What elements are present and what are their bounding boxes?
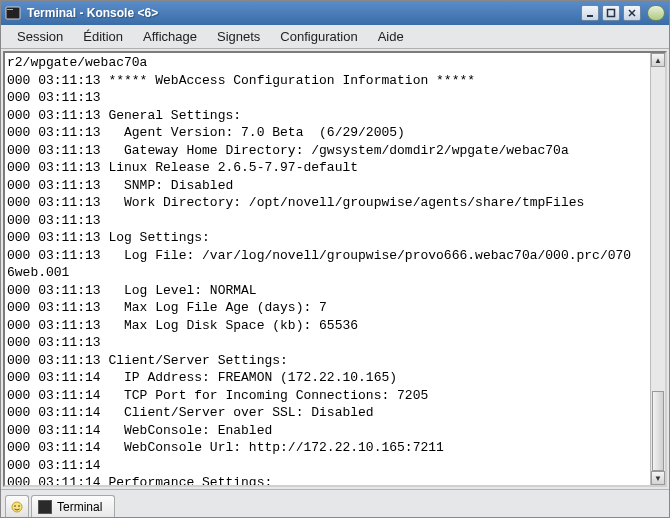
titlebar: Terminal - Konsole <6> xyxy=(1,1,669,25)
terminal-frame: r2/wpgate/webac70a 000 03:11:13 ***** We… xyxy=(3,51,667,487)
svg-rect-3 xyxy=(608,10,615,17)
svg-point-8 xyxy=(18,505,20,507)
menu-session[interactable]: Session xyxy=(7,27,73,46)
tab-terminal[interactable]: Terminal xyxy=(31,495,115,517)
scroll-down-button[interactable]: ▼ xyxy=(651,471,665,485)
app-icon xyxy=(5,5,21,21)
svg-rect-1 xyxy=(7,9,13,10)
scrollbar[interactable]: ▲ ▼ xyxy=(650,53,665,485)
menu-affichage[interactable]: Affichage xyxy=(133,27,207,46)
menu-configuration[interactable]: Configuration xyxy=(270,27,367,46)
svg-point-6 xyxy=(12,502,22,512)
maximize-button[interactable] xyxy=(602,5,620,21)
terminal-icon xyxy=(38,500,52,514)
scroll-up-button[interactable]: ▲ xyxy=(651,53,665,67)
menu-edition[interactable]: Édition xyxy=(73,27,133,46)
window-controls xyxy=(581,5,665,21)
minimize-button[interactable] xyxy=(581,5,599,21)
svg-point-7 xyxy=(14,505,16,507)
scroll-thumb[interactable] xyxy=(652,391,664,471)
tab-label: Terminal xyxy=(57,500,102,514)
menu-aide[interactable]: Aide xyxy=(368,27,414,46)
terminal-output[interactable]: r2/wpgate/webac70a 000 03:11:13 ***** We… xyxy=(5,53,650,485)
scroll-track[interactable] xyxy=(651,67,665,471)
menubar: Session Édition Affichage Signets Config… xyxy=(1,25,669,49)
window-title: Terminal - Konsole <6> xyxy=(27,6,581,20)
menu-signets[interactable]: Signets xyxy=(207,27,270,46)
new-tab-button[interactable] xyxy=(5,495,29,517)
svg-rect-0 xyxy=(6,7,20,19)
tabbar: Terminal xyxy=(1,489,669,517)
suse-icon xyxy=(647,5,665,21)
close-button[interactable] xyxy=(623,5,641,21)
